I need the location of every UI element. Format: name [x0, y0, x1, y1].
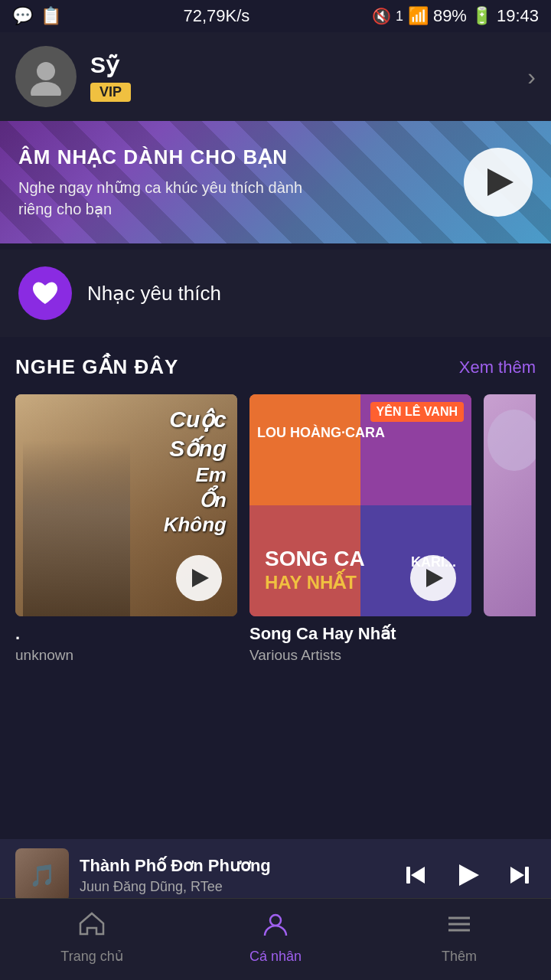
play-icon	[459, 864, 479, 886]
list-item[interactable]: YÊN LÊ VANH LOU HOÀNG·CARA KARI... SONG …	[249, 394, 471, 664]
see-more-button[interactable]: Xem thêm	[459, 358, 536, 377]
banner-text: ÂM NHẠC DÀNH CHO BẠN Nghe ngay những ca …	[18, 145, 340, 220]
song-ca-label: SONG CA	[265, 546, 365, 572]
profile-header[interactable]: Sỹ VIP ›	[0, 32, 551, 121]
list-item[interactable]: Cuộc Sống Em Ổn Không . unknown	[15, 394, 237, 664]
banner-play-button[interactable]	[464, 148, 533, 217]
avatar	[15, 46, 77, 107]
card-1-artist: unknown	[15, 647, 237, 664]
recent-section: NGHE GẦN ĐÂY Xem thêm Cuộc Sống Em Ổn Kh…	[0, 337, 551, 671]
recent-section-title: NGHE GẦN ĐÂY	[15, 355, 178, 379]
play-icon	[192, 569, 209, 587]
profile-info: Sỹ VIP	[90, 51, 514, 102]
vip-badge: VIP	[90, 83, 131, 102]
svg-point-0	[37, 62, 55, 80]
card-2-artist: Various Artists	[249, 647, 471, 664]
svg-rect-2	[406, 867, 410, 884]
heart-icon-wrap	[18, 266, 72, 320]
svg-point-1	[31, 82, 61, 96]
sidebar-item-profile[interactable]: Cá nhân	[184, 910, 367, 965]
more-nav-label: Thêm	[442, 949, 477, 965]
next-button[interactable]	[502, 858, 536, 892]
now-playing-thumbnail: 🎵	[15, 848, 69, 902]
card-1-album-text: Cuộc Sống Em Ổn Không	[164, 405, 227, 537]
now-playing-artist: Juun Đăng Dũng, RTee	[80, 879, 389, 895]
now-playing-title: Thành Phố Đơn Phương	[80, 856, 389, 876]
bottom-nav: Trang chủ Cá nhân Thêm	[0, 898, 551, 980]
card-1-title: .	[15, 624, 237, 644]
card-image-1: Cuộc Sống Em Ổn Không	[15, 394, 237, 616]
profile-nav-label: Cá nhân	[249, 949, 302, 965]
card-image-3	[484, 394, 536, 616]
card-2-label-wrap: SONG CA HAY NHẤT	[265, 546, 365, 593]
svg-marker-5	[510, 867, 524, 884]
signal-icon: 📶	[408, 6, 429, 26]
svg-rect-4	[525, 867, 529, 884]
banner-title: ÂM NHẠC DÀNH CHO BẠN	[18, 145, 340, 169]
banner-subtitle: Nghe ngay những ca khúc yêu thích dành r…	[18, 177, 340, 220]
card-2-title: Song Ca Hay Nhất	[249, 624, 471, 644]
favorites-section[interactable]: Nhạc yêu thích	[0, 250, 551, 337]
status-bar: 💬 📋 72,79K/s 🔇 1 📶 89% 🔋 19:43	[0, 0, 551, 32]
section-header: NGHE GẦN ĐÂY Xem thêm	[15, 355, 536, 379]
song-ca-sub: HAY NHẤT	[265, 572, 365, 593]
time-display: 19:43	[497, 6, 539, 26]
notification-icon: 1	[396, 8, 403, 24]
chevron-right-icon[interactable]: ›	[527, 63, 536, 91]
mute-icon: 🔇	[372, 7, 391, 25]
now-playing-controls	[399, 856, 536, 894]
status-speed: 72,79K/s	[184, 6, 250, 26]
favorites-label: Nhạc yêu thích	[87, 282, 221, 305]
list-item[interactable]	[484, 394, 536, 664]
play-icon	[426, 569, 443, 587]
sim-icon: 📋	[41, 6, 61, 26]
menu-icon	[445, 910, 473, 944]
svg-marker-3	[411, 867, 425, 884]
banner[interactable]: ÂM NHẠC DÀNH CHO BẠN Nghe ngay những ca …	[0, 121, 551, 243]
avatar-icon	[27, 57, 65, 96]
battery-icon: 🔋	[471, 6, 492, 26]
now-playing-thumb-img: 🎵	[15, 848, 69, 902]
sidebar-item-home[interactable]: Trang chủ	[0, 910, 184, 965]
heart-icon	[31, 279, 59, 307]
status-left: 💬 📋	[12, 6, 61, 26]
message-icon: 💬	[12, 6, 33, 26]
sidebar-item-more[interactable]: Thêm	[367, 910, 551, 965]
cards-row: Cuộc Sống Em Ổn Không . unknown	[15, 394, 536, 671]
svg-point-6	[270, 915, 281, 926]
play-icon	[487, 168, 514, 196]
card-2-play-button[interactable]	[410, 555, 456, 601]
home-icon	[78, 910, 106, 943]
home-nav-label: Trang chủ	[60, 948, 122, 965]
card-1-play-button[interactable]	[176, 555, 222, 601]
now-playing-info: Thành Phố Đơn Phương Juun Đăng Dũng, RTe…	[80, 856, 389, 895]
play-pause-button[interactable]	[448, 856, 487, 894]
card-image-2: YÊN LÊ VANH LOU HOÀNG·CARA KARI... SONG …	[249, 394, 471, 616]
status-right: 🔇 1 📶 89% 🔋 19:43	[372, 6, 539, 26]
user-icon	[262, 910, 289, 944]
profile-name: Sỹ	[90, 51, 514, 78]
previous-button[interactable]	[399, 858, 433, 892]
battery-text: 89%	[433, 6, 467, 26]
